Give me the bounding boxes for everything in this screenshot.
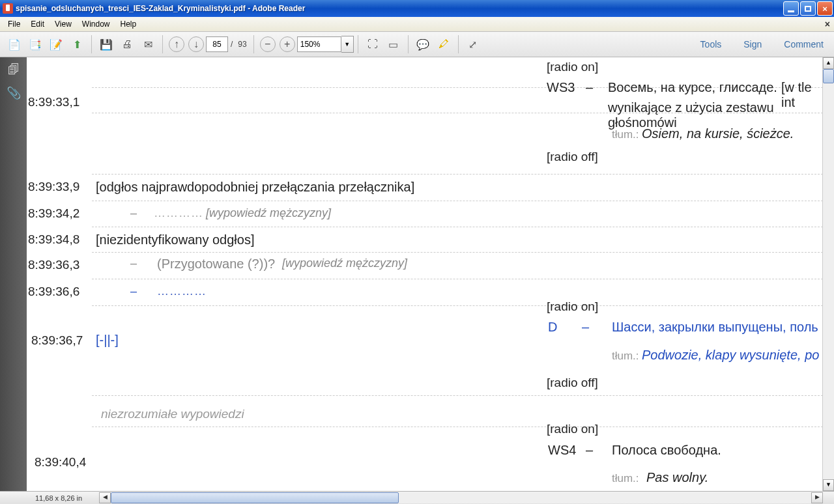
email-icon[interactable]: ✉ bbox=[139, 36, 156, 53]
scroll-left-icon[interactable]: ◀ bbox=[99, 492, 111, 503]
note-text: [wypowiedź mężczyzny] bbox=[282, 257, 407, 270]
document-viewport[interactable]: 8:39:33,1 8:39:33,9 [odgłos najprawdopod… bbox=[27, 57, 834, 491]
translation-label: tłum.: bbox=[612, 472, 639, 485]
app-icon bbox=[3, 3, 13, 14]
scroll-up-icon[interactable]: ▲ bbox=[823, 57, 834, 69]
zoom-dropdown-icon[interactable]: ▼ bbox=[341, 36, 354, 53]
create-pdf-icon[interactable]: 📑 bbox=[27, 36, 44, 53]
dash: – bbox=[582, 320, 589, 335]
tools-link[interactable]: Tools bbox=[695, 36, 727, 52]
page-number-input[interactable] bbox=[206, 36, 228, 52]
highlight-icon[interactable]: 🖍 bbox=[435, 36, 452, 53]
note-text: [wypowiedź mężczyzny] bbox=[206, 206, 331, 220]
speaker-label: WS3 bbox=[547, 80, 575, 95]
radio-marker: [radio off] bbox=[547, 376, 598, 390]
toolbar: 📄 📑 📝 ⬆ 💾 🖨 ✉ ↑ ↓ / 93 − + 150% ▼ ⛶ ▭ 💬 … bbox=[0, 32, 834, 57]
toolbar-separator bbox=[458, 35, 459, 53]
right-panel-links: Tools Sign Comment bbox=[695, 36, 829, 52]
content-text: (Przygotowane (?))? bbox=[157, 257, 275, 272]
toolbar-separator bbox=[358, 35, 358, 53]
translation-label: tłum.: bbox=[612, 128, 639, 141]
speaker-label: D bbox=[548, 320, 557, 335]
export-pdf-icon[interactable]: 📄 bbox=[6, 36, 23, 53]
page-up-icon[interactable]: ↑ bbox=[169, 36, 184, 52]
pdf-page: 8:39:33,1 8:39:33,9 [odgłos najprawdopod… bbox=[27, 57, 823, 491]
content-text: Полоса свободна. bbox=[612, 443, 721, 458]
toolbar-separator bbox=[408, 35, 409, 53]
dots: ………… bbox=[154, 206, 203, 220]
translation-text: Podwozie, klapy wysunięte, po bbox=[642, 348, 819, 363]
radio-marker: [radio off] bbox=[547, 150, 598, 164]
dots: ………… bbox=[157, 285, 207, 298]
print-icon[interactable]: 🖨 bbox=[119, 36, 136, 53]
page-total: 93 bbox=[238, 40, 246, 49]
fit-page-icon[interactable]: ⛶ bbox=[364, 36, 381, 53]
timestamp: 8:39:36,6 bbox=[28, 285, 79, 299]
content-area: 🗐 📎 8:39:33,1 8:39:33,9 [odgłos najprawd… bbox=[0, 57, 834, 491]
menu-edit[interactable]: Edit bbox=[25, 18, 50, 30]
menu-help[interactable]: Help bbox=[115, 18, 142, 30]
menu-file[interactable]: File bbox=[3, 18, 25, 30]
zoom-out-icon[interactable]: − bbox=[260, 36, 276, 52]
page-down-icon[interactable]: ↓ bbox=[188, 36, 204, 52]
dash: – bbox=[586, 443, 593, 458]
toolbar-separator bbox=[91, 35, 92, 53]
minimize-button[interactable] bbox=[783, 1, 799, 16]
scroll-thumb[interactable] bbox=[823, 69, 834, 83]
share-icon[interactable]: ⬆ bbox=[68, 36, 85, 53]
window-title: spisanie_odsluchanych_tresci_IES-Zaklad_… bbox=[16, 4, 782, 13]
zoom-level[interactable]: 150% bbox=[297, 36, 341, 52]
translation-label: tłum.: bbox=[612, 350, 639, 363]
dash: – bbox=[130, 206, 137, 220]
scroll-right-icon[interactable]: ▶ bbox=[811, 492, 823, 503]
radio-marker: [radio on] bbox=[547, 60, 598, 74]
radio-marker: [radio on] bbox=[547, 422, 598, 436]
sign-link[interactable]: Sign bbox=[738, 36, 767, 52]
timestamp: 8:39:36,3 bbox=[28, 258, 79, 272]
attachments-icon[interactable]: 📎 bbox=[7, 86, 21, 100]
timestamp: 8:39:40,4 bbox=[35, 455, 86, 469]
content-text: [niezidentyfikowany odgłos] bbox=[96, 232, 254, 247]
comment-note-icon[interactable]: 💬 bbox=[414, 36, 431, 53]
speaker-label: WS4 bbox=[548, 443, 576, 458]
menu-window[interactable]: Window bbox=[77, 18, 115, 30]
timestamp: 8:39:36,7 bbox=[31, 333, 83, 348]
comment-link[interactable]: Comment bbox=[779, 36, 829, 52]
timestamp: 8:39:34,8 bbox=[28, 232, 79, 247]
close-button[interactable]: × bbox=[817, 1, 833, 16]
menu-view[interactable]: View bbox=[50, 18, 77, 30]
timestamp: 8:39:33,9 bbox=[28, 180, 79, 194]
scroll-thumb[interactable] bbox=[111, 492, 399, 503]
document-close-button[interactable]: × bbox=[825, 19, 830, 29]
navigation-pane: 🗐 📎 bbox=[0, 57, 27, 491]
horizontal-scrollbar[interactable]: ◀ ▶ bbox=[99, 492, 823, 503]
titlebar: spisanie_odsluchanych_tresci_IES-Zaklad_… bbox=[0, 0, 834, 17]
save-icon[interactable]: 💾 bbox=[98, 36, 115, 53]
read-mode-icon[interactable]: ⤢ bbox=[465, 36, 482, 53]
statusbar: 11,68 x 8,26 in ◀ ▶ bbox=[0, 491, 834, 504]
toolbar-separator bbox=[253, 35, 254, 53]
translation-text: Osiem, na kursie, ścieżce. bbox=[642, 126, 794, 141]
edit-form-icon[interactable]: 📝 bbox=[48, 36, 65, 53]
content-text: niezrozumiałe wypowiedzi bbox=[101, 407, 244, 421]
vertical-scrollbar[interactable]: ▲ ▼ bbox=[822, 57, 834, 491]
translation-text: Pas wolny. bbox=[646, 470, 708, 485]
content-text: Восемь, на курсе, глиссаде. bbox=[608, 80, 777, 95]
content-text: Шасси, закрылки выпущены, поль bbox=[612, 320, 818, 335]
maximize-button[interactable] bbox=[800, 1, 816, 16]
zoom-in-icon[interactable]: + bbox=[280, 36, 295, 52]
toolbar-separator bbox=[162, 35, 163, 53]
content-text: [-||-] bbox=[96, 333, 119, 348]
scroll-down-icon[interactable]: ▼ bbox=[823, 479, 834, 491]
fit-width-icon[interactable]: ▭ bbox=[385, 36, 402, 53]
timestamp: 8:39:33,1 bbox=[28, 95, 79, 109]
dash: – bbox=[130, 285, 137, 298]
dash: – bbox=[130, 257, 137, 270]
thumbnails-icon[interactable]: 🗐 bbox=[7, 63, 21, 77]
page-dimensions: 11,68 x 8,26 in bbox=[35, 494, 82, 502]
timestamp: 8:39:34,2 bbox=[28, 206, 79, 221]
content-text: [odgłos najprawdopodobniej przełączania … bbox=[96, 180, 414, 195]
dash: – bbox=[586, 80, 593, 95]
menubar: File Edit View Window Help × bbox=[0, 17, 834, 32]
radio-marker: [radio on] bbox=[547, 300, 598, 314]
